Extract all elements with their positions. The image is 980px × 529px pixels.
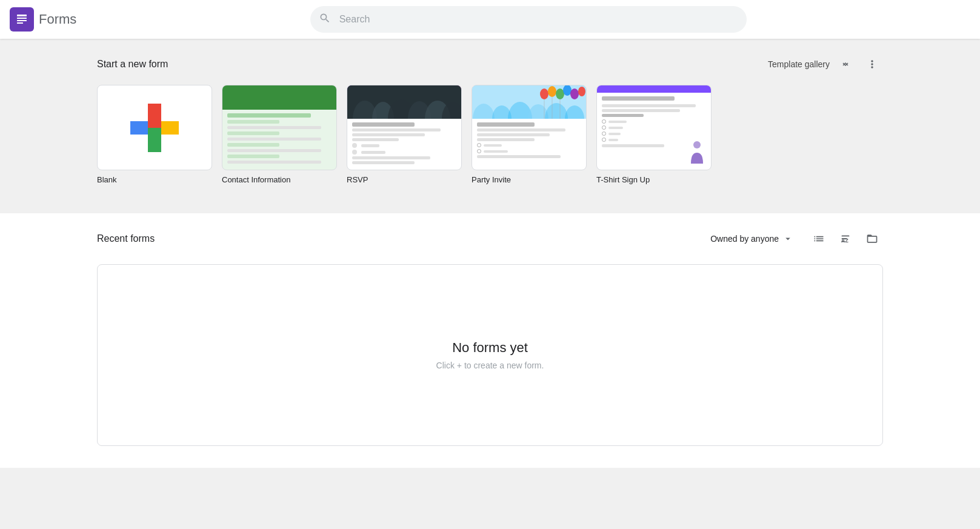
- tshirt-figure-icon: [688, 141, 706, 164]
- rsvp-bg: [347, 85, 461, 119]
- form-line: [227, 161, 321, 164]
- radio-dot: [602, 119, 606, 124]
- google-plus-icon: [130, 104, 179, 152]
- tshirt-check: [602, 125, 706, 130]
- svg-point-22: [540, 88, 548, 99]
- svg-rect-3: [17, 22, 23, 24]
- svg-point-12: [408, 101, 431, 119]
- form-line: [227, 126, 321, 129]
- party-thumb: [472, 85, 587, 170]
- form-line: [227, 113, 311, 118]
- form-line: [227, 131, 279, 135]
- recent-controls: Owned by anyone AZ: [705, 228, 883, 250]
- form-line: [227, 143, 279, 147]
- template-gallery-toggle-button[interactable]: [835, 53, 856, 75]
- template-header: Start a new form Template gallery: [97, 53, 883, 75]
- rsvp-option: [352, 150, 456, 155]
- rsvp-line: [352, 133, 425, 136]
- tshirt-check-line: [608, 121, 627, 123]
- template-card-contact[interactable]: Contact Information: [222, 85, 337, 184]
- app-logo-link[interactable]: Forms: [10, 7, 76, 32]
- svg-rect-2: [17, 20, 27, 21]
- form-line: [227, 138, 321, 141]
- template-card-rsvp[interactable]: RSVP: [347, 85, 462, 184]
- recent-header: Recent forms Owned by anyone AZ: [97, 228, 883, 250]
- list-view-button[interactable]: [808, 228, 830, 250]
- tshirt-thumb: [596, 85, 712, 170]
- tshirt-line: [602, 114, 644, 117]
- tshirt-figure-wrap: [688, 141, 706, 166]
- template-section: Start a new form Template gallery: [0, 39, 980, 213]
- empty-subtitle: Click + to create a new form.: [436, 361, 544, 370]
- contact-label: Contact Information: [222, 175, 337, 184]
- more-options-button[interactable]: [861, 53, 883, 75]
- tshirt-check-line: [608, 133, 621, 135]
- form-line: [227, 120, 279, 124]
- recent-title: Recent forms: [97, 233, 155, 244]
- form-line: [227, 155, 279, 158]
- party-line: [477, 128, 565, 131]
- svg-rect-6: [148, 104, 161, 128]
- blank-thumb: [97, 85, 212, 170]
- party-line: [484, 150, 508, 153]
- rsvp-line: [352, 161, 415, 164]
- tshirt-check: [602, 119, 706, 124]
- svg-point-11: [388, 99, 415, 119]
- view-icons: AZ: [808, 228, 883, 250]
- logo-icon: [10, 7, 34, 32]
- rsvp-dot: [352, 150, 357, 155]
- tshirt-check: [602, 131, 706, 136]
- svg-point-13: [425, 101, 450, 119]
- sort-icon: AZ: [839, 232, 852, 245]
- tshirt-body: [597, 93, 711, 170]
- rsvp-dot: [352, 143, 357, 148]
- rsvp-line: [352, 122, 415, 127]
- svg-point-27: [578, 87, 585, 96]
- radio-dot: [602, 131, 606, 136]
- search-input[interactable]: [310, 6, 747, 33]
- recent-section: Recent forms Owned by anyone AZ: [0, 213, 980, 468]
- party-line: [477, 155, 561, 158]
- tshirt-header-bar: [597, 85, 711, 93]
- folder-button[interactable]: [861, 228, 883, 250]
- dropdown-arrow-icon: [782, 233, 793, 244]
- template-main: Start a new form Template gallery: [0, 39, 980, 199]
- sort-button[interactable]: AZ: [835, 228, 856, 250]
- svg-text:AZ: AZ: [841, 238, 849, 244]
- tshirt-line: [602, 104, 696, 107]
- rsvp-line: [352, 138, 399, 141]
- svg-rect-0: [17, 15, 27, 16]
- party-label: Party Invite: [472, 175, 587, 184]
- owned-by-label: Owned by anyone: [710, 234, 779, 244]
- svg-point-23: [548, 86, 556, 97]
- empty-state: No forms yet Click + to create a new for…: [97, 264, 883, 446]
- radio-dot: [602, 138, 606, 142]
- rsvp-line: [352, 128, 441, 131]
- party-body: [472, 119, 586, 164]
- rsvp-label: RSVP: [347, 175, 462, 184]
- party-option: [477, 143, 581, 147]
- tshirt-check-line: [608, 139, 618, 141]
- radio-dot: [602, 125, 606, 130]
- svg-rect-7: [148, 128, 161, 152]
- svg-rect-8: [347, 85, 461, 119]
- tshirt-label: T-Shirt Sign Up: [596, 175, 712, 184]
- party-header: [472, 85, 586, 119]
- owned-by-dropdown[interactable]: Owned by anyone: [705, 230, 798, 248]
- party-line: [484, 144, 502, 147]
- rsvp-header: [347, 85, 461, 119]
- tshirt-line: [602, 144, 664, 147]
- radio-dot: [477, 149, 481, 153]
- template-header-right: Template gallery: [768, 53, 883, 75]
- rsvp-line: [352, 156, 430, 159]
- rsvp-thumb: [347, 85, 462, 170]
- rsvp-line: [361, 151, 385, 154]
- template-card-tshirt[interactable]: T-Shirt Sign Up: [596, 85, 712, 184]
- tshirt-line: [602, 96, 675, 101]
- rsvp-option: [352, 143, 456, 148]
- contact-body: [222, 110, 336, 170]
- more-vert-icon: [866, 58, 878, 70]
- template-card-party[interactable]: Party Invite: [472, 85, 587, 184]
- blank-label: Blank: [97, 175, 212, 184]
- template-card-blank[interactable]: Blank: [97, 85, 212, 184]
